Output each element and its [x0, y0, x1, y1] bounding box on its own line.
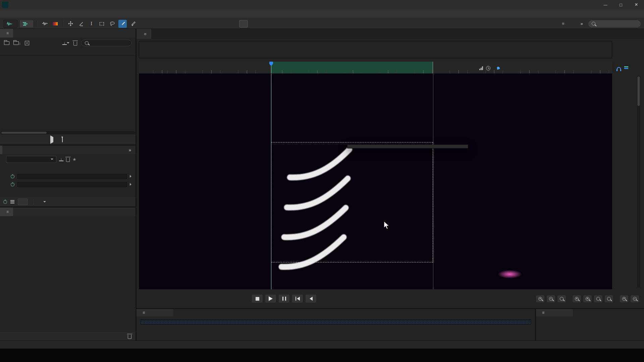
invert-button[interactable] [239, 20, 248, 27]
tab-mixer[interactable] [151, 29, 161, 39]
panel-menu-icon[interactable] [144, 32, 147, 37]
tab-markers[interactable] [11, 145, 20, 154]
lasso-selection-tool-button[interactable] [108, 20, 116, 28]
tab-editor[interactable] [137, 29, 151, 39]
zoom-to-selection-button[interactable] [594, 295, 603, 303]
clear-history-button[interactable] [128, 335, 131, 339]
scrollbar-thumb[interactable] [1, 132, 47, 134]
rack-power-icon[interactable] [3, 200, 7, 204]
files-search-box[interactable] [81, 40, 131, 46]
rewind-icon [310, 297, 313, 301]
pause-button[interactable] [278, 294, 290, 303]
help-search-input[interactable] [598, 21, 637, 26]
pin-icon[interactable] [496, 66, 500, 71]
process-select[interactable] [41, 200, 46, 204]
history-panel [0, 207, 136, 341]
zoom-right-icon [586, 297, 589, 301]
razor-tool-button[interactable] [77, 20, 85, 28]
tab-effects-rack[interactable] [0, 145, 2, 154]
favorite-star-icon[interactable] [72, 157, 76, 162]
delete-file-button[interactable] [73, 41, 77, 46]
editor-panel [137, 29, 644, 308]
scrollbar-thumb[interactable] [637, 76, 640, 106]
zoom-reset-button[interactable] [557, 295, 566, 303]
import-file-button[interactable] [13, 41, 21, 46]
marquee-selection-tool-button[interactable] [98, 20, 106, 28]
titlebar [0, 0, 644, 9]
tab-favorites[interactable] [13, 29, 22, 38]
time-selection-tool-button[interactable] [87, 20, 96, 28]
apply-button[interactable] [18, 198, 28, 205]
zoom-full-button[interactable] [604, 295, 613, 303]
show-waveform-toggle[interactable] [41, 20, 49, 28]
effect-slot-field[interactable] [17, 182, 127, 187]
workspace-overflow-icon[interactable] [581, 21, 583, 26]
tab-video[interactable] [13, 207, 22, 216]
effect-slot-field[interactable] [17, 174, 127, 179]
power-icon[interactable] [11, 183, 14, 186]
new-item-button[interactable] [25, 41, 29, 45]
open-file-button[interactable] [4, 41, 9, 45]
delete-preset-button[interactable] [66, 157, 70, 162]
left-column [0, 29, 136, 341]
spot-healing-brush-tool-button[interactable] [129, 20, 137, 28]
skip-to-start-button[interactable] [292, 294, 303, 303]
tab-files[interactable] [0, 29, 13, 38]
paintbrush-selection-tool-button[interactable] [118, 20, 127, 28]
tab-history[interactable] [0, 207, 13, 216]
zoom-in-button[interactable] [536, 295, 545, 303]
frequency-scale[interactable] [612, 74, 633, 289]
playhead-line[interactable] [271, 74, 271, 289]
show-spectral-toggle[interactable] [51, 20, 59, 28]
close-button[interactable] [629, 0, 644, 9]
panel-menu-icon[interactable] [6, 209, 9, 214]
workspace-menu-icon[interactable] [562, 21, 565, 26]
save-preset-button[interactable] [59, 158, 63, 161]
slot-arrow-icon[interactable] [130, 183, 131, 186]
tab-properties[interactable] [2, 145, 11, 154]
waveform-view-button[interactable] [3, 20, 17, 28]
rack-slot-1[interactable] [0, 172, 136, 180]
rack-slot-2[interactable] [0, 180, 136, 188]
move-tool-button[interactable] [66, 20, 75, 28]
zoom-in-left-edge-button[interactable] [572, 295, 581, 303]
rack-list-icon[interactable] [10, 201, 14, 202]
files-horizontal-scrollbar[interactable] [1, 131, 135, 134]
minimize-button[interactable] [598, 0, 613, 9]
panel-menu-icon[interactable] [6, 31, 9, 36]
vertical-zoom-strip [633, 74, 644, 289]
export-button[interactable] [62, 41, 69, 45]
multitrack-view-button[interactable] [19, 20, 34, 28]
zoom-out-button[interactable] [546, 295, 555, 303]
monitor-meter-icon[interactable] [479, 66, 483, 70]
stop-button[interactable] [252, 294, 263, 303]
caret-down-icon [43, 201, 46, 204]
spectral-selection-box[interactable] [271, 142, 433, 262]
overview-waveform[interactable] [139, 41, 612, 58]
channels-icon[interactable] [624, 66, 628, 69]
panel-menu-icon[interactable] [143, 310, 145, 315]
play-button[interactable] [265, 294, 276, 303]
vertical-scrollbar[interactable] [637, 76, 640, 287]
caret-down-icon [51, 159, 53, 161]
zoom-in-right-edge-button[interactable] [583, 295, 592, 303]
clock-icon[interactable] [486, 66, 490, 70]
preview-play-button[interactable] [50, 137, 53, 142]
effects-rack-panel [0, 145, 136, 206]
help-search-box[interactable] [588, 20, 641, 27]
audition-logo [2, 2, 8, 8]
maximize-button[interactable] [613, 0, 629, 9]
tabs-overflow[interactable] [124, 145, 136, 154]
db-scale [137, 326, 535, 333]
slot-arrow-icon[interactable] [130, 175, 131, 178]
panel-menu-icon[interactable] [542, 310, 544, 315]
preset-select[interactable] [6, 156, 56, 163]
vertical-zoom-out-button[interactable] [630, 295, 639, 303]
spectrogram-display[interactable] [139, 74, 612, 289]
preview-loop-button[interactable] [62, 137, 63, 142]
timeline-ruler[interactable] [139, 62, 612, 74]
rewind-button[interactable] [305, 294, 317, 303]
headphones-icon[interactable] [617, 67, 621, 70]
power-icon[interactable] [11, 175, 14, 178]
vertical-zoom-in-button[interactable] [620, 295, 629, 303]
